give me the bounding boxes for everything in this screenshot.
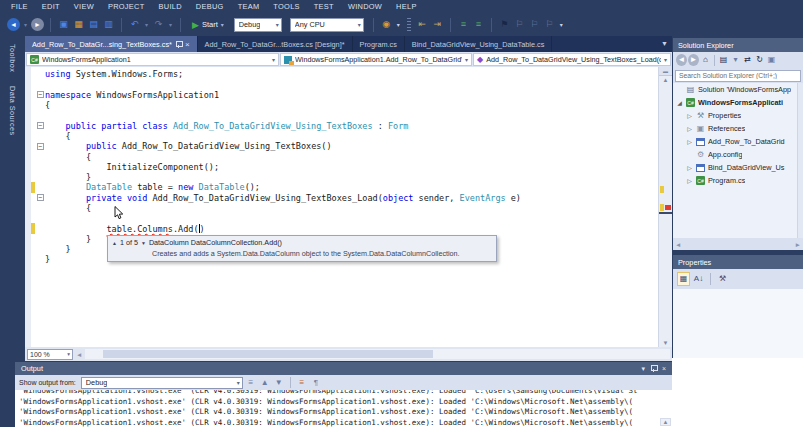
expander-icon[interactable]: ▷ — [686, 177, 693, 184]
code-line[interactable] — [25, 110, 656, 120]
property-pages-icon[interactable]: ⚒ — [716, 272, 729, 286]
code-line[interactable]: − public Add_Row_To_DataGridView_Using_T… — [25, 141, 656, 151]
indent-decrease-icon[interactable]: ⇤ — [416, 18, 429, 32]
collapse-all-icon[interactable]: ▤ — [718, 54, 729, 66]
find-in-files-icon[interactable]: ◉ — [380, 18, 393, 32]
start-button[interactable]: ▶Start▾ — [187, 17, 229, 33]
toggle-bookmark-icon[interactable]: ⚑ — [498, 18, 511, 32]
menu-item-edit[interactable]: EDIT — [35, 2, 67, 11]
undo-icon[interactable]: ↶ — [128, 18, 141, 32]
menu-item-file[interactable]: FILE — [4, 2, 35, 11]
menu-item-view[interactable]: VIEW — [67, 2, 101, 11]
data-sources-tab[interactable]: Data Sources — [8, 86, 17, 136]
fold-collapse-icon[interactable]: − — [37, 194, 44, 201]
previous-bookmark-icon[interactable]: ⚐ — [513, 18, 526, 32]
redo-dropdown-icon[interactable]: ▾ — [167, 18, 174, 32]
message-options-icon[interactable]: ≡ — [245, 377, 257, 389]
collapse-all-dropdown-icon[interactable]: ▾ — [730, 54, 741, 66]
indent-increase-icon[interactable]: ⇥ — [431, 18, 444, 32]
toolbar-options-dropdown-icon[interactable]: ▾ — [395, 18, 402, 32]
tree-item[interactable]: ▷⚒Properties — [673, 109, 797, 122]
alphabetical-icon[interactable]: A↓ — [692, 272, 705, 286]
tree-item[interactable]: ▤Solution 'WindowsFormsApp — [673, 83, 797, 96]
scroll-up-icon[interactable]: ▲ — [659, 77, 672, 83]
home-icon[interactable]: ⌂ — [700, 54, 711, 66]
expander-icon[interactable]: ◢ — [676, 99, 683, 106]
navigate-forward-icon[interactable]: ► — [31, 18, 44, 31]
expander-icon[interactable]: ▷ — [686, 164, 693, 171]
zoom-combo[interactable]: 100 % ▾ — [27, 349, 73, 360]
scroll-up-icon[interactable]: ▲ — [661, 419, 670, 425]
clear-all-icon[interactable]: ≡ — [296, 377, 308, 389]
output-source-combo[interactable]: Debug ▾ — [81, 377, 243, 389]
navigate-backward-dropdown-icon[interactable]: ▾ — [22, 18, 29, 32]
menu-item-build[interactable]: BUILD — [152, 2, 189, 11]
code-line[interactable]: { — [25, 131, 656, 141]
sync-with-active-document-icon[interactable]: ⇄ — [742, 54, 753, 66]
code-line[interactable]: − private void Add_Row_To_DataGridView_U… — [25, 193, 656, 203]
comment-icon[interactable]: ≡ — [457, 18, 470, 32]
signature-down-icon[interactable]: ▼ — [141, 240, 146, 246]
document-tab[interactable]: Add_Row_To_DataGr...tBoxes.cs [Design]* — [198, 36, 353, 52]
solution-explorer-search-input[interactable]: Search Solution Explorer (Ctrl+;) — [675, 70, 801, 82]
save-icon[interactable]: ▤ — [87, 18, 100, 32]
scroll-down-icon[interactable]: ▼ — [659, 340, 672, 346]
close-icon[interactable]: × — [185, 40, 190, 49]
fold-collapse-icon[interactable]: − — [37, 143, 44, 150]
code-line[interactable]: − public partial class Add_Row_To_DataGr… — [25, 120, 656, 130]
clear-bookmarks-icon[interactable]: ⚐ — [543, 18, 556, 32]
scroll-left-icon[interactable]: ◄ — [675, 241, 681, 248]
add-item-icon[interactable]: ▦ — [72, 18, 85, 32]
tree-item[interactable]: ⚙App.config — [673, 148, 797, 161]
project-dropdown[interactable]: C# WindowsFormsApplication1 ▾ — [26, 53, 279, 66]
menu-item-test[interactable]: TEST — [307, 2, 341, 11]
categorized-icon[interactable]: ▦ — [677, 272, 690, 286]
output-log[interactable]: 'WindowsFormsApplication1.vshost.exe' (C… — [15, 390, 672, 427]
code-line[interactable]: using System.Windows.Forms; — [25, 69, 656, 79]
pin-icon[interactable] — [651, 365, 656, 372]
scroll-right-icon[interactable]: ► — [795, 241, 801, 248]
redo-icon[interactable]: ↷ — [152, 18, 165, 32]
toolbox-tab[interactable]: Toolbox — [8, 44, 17, 72]
pin-icon[interactable] — [176, 41, 181, 48]
menu-item-window[interactable]: WINDOW — [341, 2, 389, 11]
expander-icon[interactable]: ▷ — [686, 112, 693, 119]
tree-item[interactable]: ▷Bind_DataGridView_Us — [673, 161, 797, 174]
tree-item[interactable]: ▷C#Program.cs — [673, 174, 797, 187]
uncomment-icon[interactable]: ≡ — [472, 18, 485, 32]
save-all-icon[interactable]: ▥ — [102, 18, 115, 32]
platform-combo[interactable]: Any CPU▾ — [290, 18, 364, 32]
toggle-word-wrap-icon[interactable]: ¶ — [310, 377, 322, 389]
splitter-handle[interactable]: ▬ — [659, 67, 672, 76]
next-message-icon[interactable]: ▼ — [273, 377, 285, 389]
solution-explorer-horizontal-scrollbar[interactable]: ◄ ► — [673, 238, 803, 250]
fold-collapse-icon[interactable]: − — [37, 122, 44, 129]
code-line[interactable]: DataTable table = new DataTable(); — [25, 182, 656, 192]
code-line[interactable] — [25, 79, 656, 89]
menu-item-tools[interactable]: TOOLS — [266, 2, 306, 11]
tree-item[interactable]: ▷Add_Row_To_DataGrid — [673, 135, 797, 148]
member-dropdown[interactable]: ◆ Add_Row_To_DataGridView_Using_TextBoxe… — [473, 53, 671, 66]
tree-item[interactable]: ▷▣References — [673, 122, 797, 135]
se-back-icon[interactable]: ◄ — [676, 54, 687, 66]
editor-horizontal-scrollbar[interactable] — [85, 349, 670, 359]
output-scrollbar[interactable]: ▲ — [660, 418, 671, 426]
menu-item-team[interactable]: TEAM — [231, 2, 267, 11]
window-position-icon[interactable]: ▾ — [641, 365, 645, 373]
tab-overflow-icon[interactable]: ▼ — [661, 40, 668, 47]
document-tab[interactable]: Add_Row_To_DataGr...sing_TextBoxes.cs*× — [25, 36, 198, 52]
menu-item-help[interactable]: HELP — [389, 2, 424, 11]
menu-item-debug[interactable]: DEBUG — [189, 2, 231, 11]
navigate-backward-icon[interactable]: ◄ — [7, 18, 20, 31]
undo-dropdown-icon[interactable]: ▾ — [143, 18, 150, 32]
code-line[interactable]: InitializeComponent(); — [25, 162, 656, 172]
next-bookmark-icon[interactable]: ⚐ — [528, 18, 541, 32]
scroll-left-icon[interactable]: ◄ — [76, 351, 82, 358]
close-icon[interactable]: × — [662, 365, 666, 372]
document-tab[interactable]: Program.cs — [353, 36, 405, 52]
expander-icon[interactable]: ▷ — [686, 125, 693, 132]
signature-up-icon[interactable]: ▲ — [112, 240, 117, 246]
scrollbar-thumb[interactable] — [103, 350, 433, 358]
fold-collapse-icon[interactable]: − — [37, 91, 44, 98]
solution-explorer-scrollbar[interactable] — [797, 83, 803, 238]
